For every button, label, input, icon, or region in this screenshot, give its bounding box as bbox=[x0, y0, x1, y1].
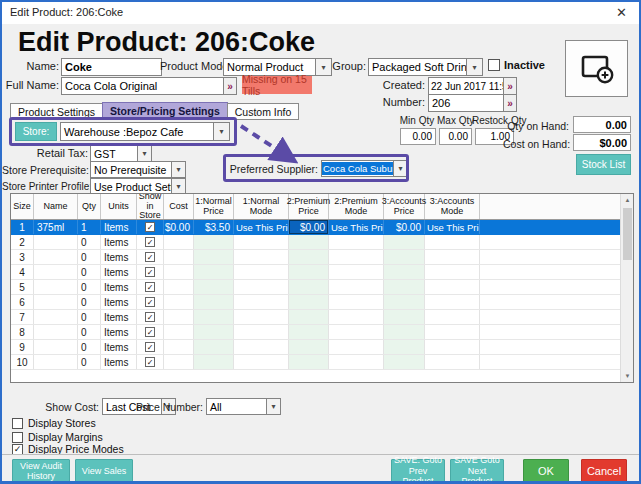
cell-size[interactable]: 5 bbox=[11, 280, 34, 294]
cell-cost[interactable] bbox=[164, 280, 194, 294]
display-stores-checkbox[interactable]: ✓ Display Stores bbox=[12, 417, 96, 429]
table-row[interactable]: 20Items✓ bbox=[11, 235, 620, 250]
scroll-up-icon[interactable]: ▲ bbox=[621, 194, 634, 206]
tab-store-pricing-settings[interactable]: Store/Pricing Settings bbox=[102, 102, 228, 120]
cell-m2[interactable] bbox=[329, 235, 384, 249]
cell-m2[interactable] bbox=[329, 310, 384, 324]
cell-show[interactable]: ✓ bbox=[137, 265, 164, 279]
cell-p1[interactable] bbox=[194, 310, 234, 324]
column-header-qty[interactable]: Qty bbox=[78, 194, 101, 219]
table-row[interactable]: 30Items✓ bbox=[11, 250, 620, 265]
cell-size[interactable]: 9 bbox=[11, 340, 34, 354]
cell-p2[interactable] bbox=[289, 355, 329, 369]
cell-m1[interactable] bbox=[234, 265, 289, 279]
table-row[interactable]: 60Items✓ bbox=[11, 295, 620, 310]
cell-p1[interactable] bbox=[194, 355, 234, 369]
created-more-button[interactable]: » bbox=[504, 77, 517, 95]
tab-product-settings[interactable]: Product Settings bbox=[10, 103, 103, 120]
grid-vertical-scrollbar[interactable]: ▲ ▼ bbox=[620, 194, 633, 382]
show-in-store-checkbox[interactable]: ✓ bbox=[145, 342, 155, 352]
cell-p1[interactable] bbox=[194, 250, 234, 264]
column-header-m1[interactable]: 1:Normal Mode bbox=[234, 194, 289, 219]
cell-p1[interactable] bbox=[194, 340, 234, 354]
cell-show[interactable]: ✓ bbox=[137, 310, 164, 324]
created-field[interactable]: 22 Jun 2017 11:52 AM » bbox=[428, 77, 517, 95]
column-header-cost[interactable]: Cost bbox=[164, 194, 194, 219]
cell-m1[interactable] bbox=[234, 340, 289, 354]
cell-p3[interactable] bbox=[384, 265, 425, 279]
max-qty-input[interactable]: 0.00 bbox=[439, 128, 472, 145]
cell-qty[interactable]: 0 bbox=[78, 280, 101, 294]
cell-qty[interactable]: 0 bbox=[78, 235, 101, 249]
cell-units[interactable]: Items bbox=[101, 310, 137, 324]
cell-m1[interactable] bbox=[234, 250, 289, 264]
show-in-store-checkbox[interactable]: ✓ bbox=[145, 282, 155, 292]
cell-p2[interactable] bbox=[289, 340, 329, 354]
cell-p3[interactable]: $0.00 bbox=[384, 220, 425, 234]
cell-m1[interactable] bbox=[234, 355, 289, 369]
cell-size[interactable]: 3 bbox=[11, 250, 34, 264]
cell-p2[interactable] bbox=[289, 265, 329, 279]
cell-p3[interactable] bbox=[384, 280, 425, 294]
cell-m1[interactable] bbox=[234, 295, 289, 309]
cell-m2[interactable] bbox=[329, 265, 384, 279]
cell-size[interactable]: 8 bbox=[11, 325, 34, 339]
cell-m1[interactable] bbox=[234, 325, 289, 339]
cell-show[interactable]: ✓ bbox=[137, 220, 164, 234]
store-select[interactable]: Warehouse :Bepoz Cafe ▾ bbox=[60, 122, 230, 141]
cell-name[interactable] bbox=[34, 325, 78, 339]
cell-p1[interactable] bbox=[194, 280, 234, 294]
column-header-p2[interactable]: 2:Premium Price bbox=[289, 194, 329, 219]
cell-m3[interactable] bbox=[425, 355, 480, 369]
table-row[interactable]: 40Items✓ bbox=[11, 265, 620, 280]
cell-size[interactable]: 1 bbox=[11, 220, 34, 234]
cell-name[interactable] bbox=[34, 280, 78, 294]
scrollbar-thumb[interactable] bbox=[623, 208, 632, 260]
scroll-down-icon[interactable]: ▼ bbox=[621, 370, 634, 382]
cell-m2[interactable] bbox=[329, 340, 384, 354]
show-in-store-checkbox[interactable]: ✓ bbox=[145, 252, 155, 262]
cell-m2[interactable]: Use This Price bbox=[329, 220, 384, 234]
cell-name[interactable] bbox=[34, 235, 78, 249]
table-row[interactable]: 50Items✓ bbox=[11, 280, 620, 295]
cell-name[interactable] bbox=[34, 340, 78, 354]
save-goto-prev-product-button[interactable]: SAVE. Goto Prev Product bbox=[391, 459, 445, 483]
cell-cost[interactable]: $0.00 bbox=[164, 220, 194, 234]
ok-button[interactable]: OK bbox=[523, 459, 569, 483]
cell-p3[interactable] bbox=[384, 295, 425, 309]
view-audit-history-button[interactable]: View Audit History bbox=[12, 459, 70, 483]
cell-p3[interactable] bbox=[384, 310, 425, 324]
min-qty-input[interactable]: 0.00 bbox=[400, 128, 436, 145]
cell-m3[interactable] bbox=[425, 325, 480, 339]
cell-p3[interactable] bbox=[384, 325, 425, 339]
cell-cost[interactable] bbox=[164, 295, 194, 309]
cell-p2[interactable] bbox=[289, 250, 329, 264]
cell-show[interactable]: ✓ bbox=[137, 250, 164, 264]
group-select[interactable]: Packaged Soft Drinks ▾ bbox=[368, 58, 483, 76]
number-value[interactable]: 206 bbox=[428, 94, 504, 112]
table-row[interactable]: 70Items✓ bbox=[11, 310, 620, 325]
save-goto-next-product-button[interactable]: SAVE Goto Next Product bbox=[450, 459, 504, 483]
column-header-units[interactable]: Units bbox=[101, 194, 137, 219]
show-in-store-checkbox[interactable]: ✓ bbox=[145, 237, 155, 247]
cell-p2[interactable] bbox=[289, 280, 329, 294]
cell-m2[interactable] bbox=[329, 355, 384, 369]
column-header-m2[interactable]: 2:Premium Mode bbox=[329, 194, 384, 219]
cell-m3[interactable] bbox=[425, 235, 480, 249]
full-name-value[interactable]: Coca Cola Original bbox=[61, 77, 224, 95]
cell-m2[interactable] bbox=[329, 280, 384, 294]
cell-m1[interactable]: Use This Price bbox=[234, 220, 289, 234]
cell-units[interactable]: Items bbox=[101, 280, 137, 294]
cell-m2[interactable] bbox=[329, 250, 384, 264]
display-margins-checkbox[interactable]: ✓ Display Margins bbox=[12, 431, 103, 443]
cell-p3[interactable] bbox=[384, 235, 425, 249]
cell-size[interactable]: 6 bbox=[11, 295, 34, 309]
column-header-p1[interactable]: 1:Normal Price bbox=[194, 194, 234, 219]
full-name-more-button[interactable]: » bbox=[224, 77, 237, 95]
cell-qty[interactable]: 0 bbox=[78, 250, 101, 264]
cell-m1[interactable] bbox=[234, 280, 289, 294]
column-header-show[interactable]: Show in Store bbox=[137, 194, 164, 219]
number-more-button[interactable]: » bbox=[504, 94, 517, 112]
cell-qty[interactable]: 0 bbox=[78, 265, 101, 279]
cell-m3[interactable] bbox=[425, 310, 480, 324]
